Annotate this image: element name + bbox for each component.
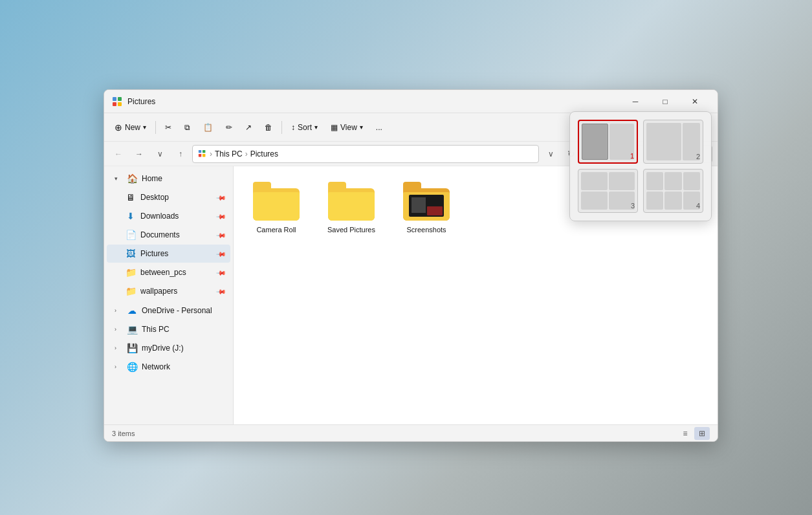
back-button[interactable]: ←	[109, 145, 127, 163]
documents-pin-icon: 📌	[216, 230, 226, 240]
close-button[interactable]: ✕	[680, 90, 710, 113]
folder-camera-roll[interactable]: Camera Roll	[244, 177, 309, 239]
view-icon: ▦	[331, 123, 338, 132]
path-icon	[198, 149, 207, 159]
path-sep-2: ›	[245, 149, 248, 159]
folder-saved-pictures[interactable]: Saved Pictures	[319, 177, 384, 239]
pictures-pin-icon: 📌	[216, 248, 226, 259]
new-button[interactable]: ⊕ New ▾	[109, 117, 151, 138]
window-icon	[112, 96, 122, 107]
svg-rect-3	[118, 102, 122, 106]
snap-option-2[interactable]: 2	[643, 120, 703, 164]
maximize-button[interactable]: □	[650, 90, 680, 113]
desktop-icon: 🖥	[125, 192, 137, 203]
new-chevron-icon: ▾	[143, 124, 146, 131]
delete-button[interactable]: 🗑	[259, 117, 278, 138]
onedrive-icon: ☁	[126, 305, 138, 316]
up-button[interactable]: ↑	[171, 145, 190, 163]
sidebar-item-pictures[interactable]: 🖼 Pictures 📌	[107, 245, 230, 263]
address-path[interactable]: › This PC › Pictures	[192, 145, 539, 163]
share-button[interactable]: ↗	[240, 117, 257, 138]
cut-button[interactable]: ✂	[160, 117, 177, 138]
snap-layout-2	[644, 120, 703, 163]
snap-number-3: 3	[631, 202, 635, 210]
snap-number-4: 4	[696, 202, 700, 210]
home-icon: 🏠	[126, 173, 138, 184]
sidebar-item-documents[interactable]: 📄 Documents 📌	[107, 226, 230, 244]
delete-icon: 🗑	[265, 123, 272, 132]
sidebar: ▾ 🏠 Home 🖥 Desktop 📌 ⬇ Downloads 📌	[104, 166, 234, 424]
this-pc-label: This PC	[142, 325, 225, 334]
window-title: Pictures	[127, 97, 620, 106]
status-view-buttons: ≡ ⊞	[677, 427, 710, 440]
sidebar-item-wallpapers[interactable]: 📁 wallpapers 📌	[107, 282, 230, 300]
paste-icon: 📋	[203, 123, 213, 132]
snap-option-3[interactable]: 3	[578, 169, 638, 213]
saved-pictures-label: Saved Pictures	[327, 226, 375, 234]
downloads-icon: ⬇	[125, 210, 137, 222]
title-bar: Pictures ─ □ ✕	[104, 90, 718, 113]
svg-rect-7	[203, 154, 205, 157]
more-button[interactable]: ...	[371, 117, 388, 138]
snap-wide-2	[646, 123, 681, 160]
sidebar-item-downloads[interactable]: ⬇ Downloads 📌	[107, 207, 230, 225]
sidebar-item-this-pc[interactable]: › 💻 This PC	[107, 320, 230, 338]
view-label: View	[340, 123, 357, 132]
sort-icon: ↕	[291, 123, 295, 132]
sidebar-item-network[interactable]: › 🌐 Network	[107, 358, 230, 376]
svg-rect-1	[118, 97, 122, 101]
window-controls: ─ □ ✕	[620, 90, 710, 113]
minimize-button[interactable]: ─	[620, 90, 650, 113]
downloads-label: Downloads	[140, 212, 214, 221]
folder-screenshots[interactable]: Screenshots	[394, 177, 459, 239]
snap-option-4[interactable]: 4	[643, 169, 703, 213]
desktop-label: Desktop	[140, 193, 214, 202]
this-pc-toggle-icon: ›	[115, 326, 122, 333]
snap-s4	[646, 192, 663, 210]
sidebar-item-onedrive[interactable]: › ☁ OneDrive - Personal	[107, 301, 230, 320]
snap-s2	[664, 172, 681, 190]
wallpapers-label: wallpapers	[140, 287, 214, 296]
snap-layout-3	[578, 170, 637, 212]
onedrive-label: OneDrive - Personal	[142, 306, 225, 315]
forward-button[interactable]: →	[130, 145, 148, 163]
grid-view-button[interactable]: ⊞	[694, 427, 710, 440]
svg-rect-0	[113, 97, 116, 101]
sidebar-item-mydrive[interactable]: › 💾 myDrive (J:)	[107, 339, 230, 357]
sidebar-item-between-pcs[interactable]: 📁 between_pcs 📌	[107, 263, 230, 281]
sidebar-item-home[interactable]: ▾ 🏠 Home	[107, 170, 230, 188]
view-button[interactable]: ▦ View ▾	[325, 117, 368, 138]
between-pcs-label: between_pcs	[140, 268, 214, 277]
snap-half-left-1	[582, 124, 608, 160]
snap-number-1: 1	[630, 152, 634, 160]
this-pc-icon: 💻	[126, 323, 138, 335]
saved-pictures-icon	[328, 182, 375, 221]
list-view-button[interactable]: ≡	[677, 427, 693, 440]
mydrive-toggle-icon: ›	[115, 345, 122, 351]
copy-button[interactable]: ⧉	[179, 117, 195, 138]
sort-chevron-icon: ▾	[314, 124, 318, 131]
snap-option-1[interactable]: 1	[578, 120, 638, 164]
home-toggle-icon: ▾	[115, 175, 122, 182]
wallpapers-icon: 📁	[125, 285, 137, 297]
history-button[interactable]: ∨	[151, 145, 169, 163]
separator-2	[281, 121, 282, 134]
snap-q1	[581, 172, 608, 190]
between-pcs-pin-icon: 📌	[216, 267, 226, 278]
snap-s3	[683, 172, 700, 190]
snap-s5	[664, 192, 681, 210]
paste-button[interactable]: 📋	[198, 117, 218, 138]
sidebar-item-desktop[interactable]: 🖥 Desktop 📌	[107, 188, 230, 206]
snap-q3	[581, 192, 608, 210]
sort-button[interactable]: ↕ Sort ▾	[286, 117, 323, 138]
path-sep-1: ›	[210, 149, 212, 159]
snap-q2	[609, 172, 635, 190]
svg-rect-5	[203, 149, 205, 152]
path-this-pc: This PC	[215, 149, 243, 159]
sort-label: Sort	[298, 123, 312, 132]
status-text: 3 items	[112, 430, 135, 437]
path-dropdown-button[interactable]: ∨	[542, 145, 560, 163]
mydrive-label: myDrive (J:)	[142, 344, 225, 353]
cut-icon: ✂	[165, 123, 171, 132]
rename-button[interactable]: ✏	[221, 117, 237, 138]
